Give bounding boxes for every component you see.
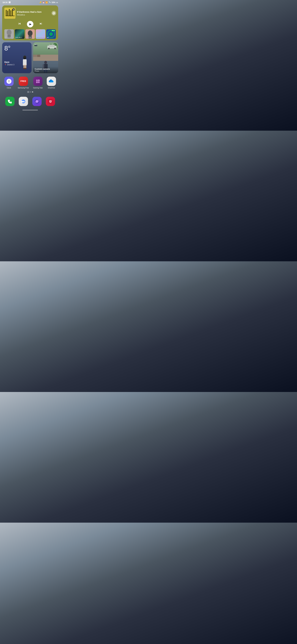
- svg-rect-16: [23, 59, 27, 66]
- svg-rect-27: [49, 44, 55, 47]
- page-dot-2: [32, 92, 33, 92]
- svg-point-13: [28, 30, 32, 36]
- prev-button[interactable]: [18, 22, 21, 26]
- photo-widget[interactable]: 📷 Custom camera Photo: [33, 42, 58, 73]
- svg-rect-4: [10, 10, 11, 16]
- camera-app-icon: [46, 97, 55, 106]
- photo-wall-area: [33, 55, 58, 61]
- svg-rect-6: [5, 16, 14, 16]
- photo-icon: 🖼: [8, 1, 10, 4]
- next-button[interactable]: [39, 22, 43, 26]
- playlist-daily-mix-2[interactable]: Daily Mix 2: [25, 29, 35, 39]
- song-artist: Metallica: [17, 14, 50, 16]
- svg-rect-2: [7, 11, 8, 16]
- weather-temperature: 8°: [4, 45, 29, 52]
- key-icon: 🔑: [39, 2, 42, 4]
- dock-orbit[interactable]: [32, 97, 42, 106]
- playback-controls: ▶: [4, 21, 56, 28]
- battery-icon: ▭: [56, 2, 58, 4]
- svg-point-35: [38, 79, 40, 82]
- bottom-dock: [0, 95, 60, 108]
- album-art: M: [4, 8, 15, 19]
- play-button[interactable]: ▶: [27, 21, 33, 28]
- app-samsung-free[interactable]: FREE Samsung Free: [18, 77, 29, 89]
- song-title: If Darkness Had a Son: [17, 10, 50, 13]
- photo-app-name: Custom camera: [35, 68, 57, 70]
- battery-percent: 53%: [52, 2, 55, 4]
- dock-phone[interactable]: [5, 97, 14, 106]
- dock-messages[interactable]: [19, 97, 28, 106]
- alarm-icon: ⏰: [42, 2, 45, 4]
- playlist-moody-mix[interactable]: Moody Mix: [4, 29, 14, 39]
- svg-point-36: [36, 81, 38, 83]
- page-dots-line: [27, 91, 29, 93]
- free-text: FREE: [20, 80, 26, 82]
- svg-point-49: [36, 100, 38, 103]
- onedrive-app-icon: [47, 77, 56, 86]
- widgets-row: 8° Haze 📍 District 3: [2, 42, 58, 73]
- camera-icon: 📷: [34, 44, 37, 46]
- svg-point-21: [44, 61, 47, 64]
- discover-weekly-label: Discover Weekly: [36, 37, 45, 38]
- svg-rect-3: [9, 9, 9, 16]
- app-onedrive[interactable]: OneDrive: [47, 77, 56, 89]
- svg-point-45: [22, 101, 23, 102]
- location-pin-icon: 📍: [4, 64, 7, 66]
- phone-app-icon: [5, 97, 14, 106]
- svg-point-28: [48, 48, 50, 49]
- home-indicator[interactable]: [0, 108, 60, 112]
- clock-face: [6, 79, 11, 84]
- album-art-inner: M: [4, 8, 15, 19]
- samsung-free-app-icon: FREE: [19, 77, 28, 86]
- svg-point-46: [23, 101, 24, 102]
- photo-overlay: Custom camera Photo: [33, 66, 58, 73]
- gaming-hub-app-icon: [33, 77, 42, 86]
- svg-rect-1: [6, 10, 6, 16]
- spotify-widget: M If Darkness Had a Son Metallica ▶: [2, 6, 58, 40]
- moody-mix-label: Moody Mix: [5, 37, 11, 38]
- app-clock[interactable]: Clock: [4, 77, 13, 89]
- spotify-logo[interactable]: [52, 11, 56, 15]
- page-indicator: [0, 90, 60, 95]
- status-bar: 18:32 🖼 🔑 ⏰ 📶 📡 53% ▭: [0, 0, 60, 4]
- daily-mix-1-label: Daily Mix 1: [15, 37, 22, 38]
- play-icon: ▶: [29, 22, 31, 26]
- samsung-free-label: Samsung Free: [18, 87, 29, 89]
- svg-point-10: [7, 30, 11, 35]
- playlist-discover-weekly[interactable]: Discover Weekly: [36, 29, 45, 39]
- svg-text:M: M: [13, 9, 14, 10]
- weather-widget[interactable]: 8° Haze 📍 District 3: [2, 42, 31, 73]
- svg-point-55: [51, 100, 52, 101]
- svg-rect-5: [12, 10, 13, 16]
- gaming-hub-label: Gaming Hub: [33, 87, 43, 89]
- onedrive-label: OneDrive: [48, 87, 55, 89]
- signal-icon: 📡: [48, 2, 51, 4]
- car-shape: [46, 44, 57, 50]
- svg-point-29: [54, 48, 56, 49]
- svg-point-20: [25, 68, 27, 69]
- time-display: 18:32: [2, 1, 7, 4]
- apps-row: Clock FREE Samsung Free: [0, 75, 60, 90]
- photo-type: Photo: [35, 70, 57, 72]
- clock-app-label: Clock: [7, 87, 11, 89]
- svg-point-47: [24, 101, 24, 102]
- svg-rect-54: [49, 100, 50, 101]
- messages-app-icon: [19, 97, 28, 106]
- app-gaming-hub[interactable]: Gaming Hub: [33, 77, 43, 89]
- beta-badge: BETA: [51, 30, 55, 31]
- dj-label: DJ: [47, 37, 49, 38]
- daily-mix-2-label: Daily Mix 2: [26, 37, 32, 38]
- status-right: 🔑 ⏰ 📶 📡 53% ▭: [39, 2, 58, 4]
- playlist-daily-mix-1[interactable]: Daily Mix 1: [15, 29, 24, 39]
- svg-point-33: [9, 81, 9, 82]
- dock-camera[interactable]: [46, 97, 55, 106]
- playlist-dj[interactable]: BETA DJ: [46, 29, 56, 39]
- home-bar: [22, 110, 38, 110]
- weather-person-figure: [20, 56, 29, 71]
- wifi-icon: 📶: [45, 2, 48, 4]
- clock-app-icon: [4, 77, 13, 86]
- orbit-app-icon: [32, 97, 42, 106]
- playlist-row: Moody Mix Daily Mix 1 Daily Mix 2: [4, 29, 56, 39]
- now-playing: M If Darkness Had a Son Metallica: [4, 8, 56, 19]
- status-left: 18:32 🖼: [2, 1, 10, 4]
